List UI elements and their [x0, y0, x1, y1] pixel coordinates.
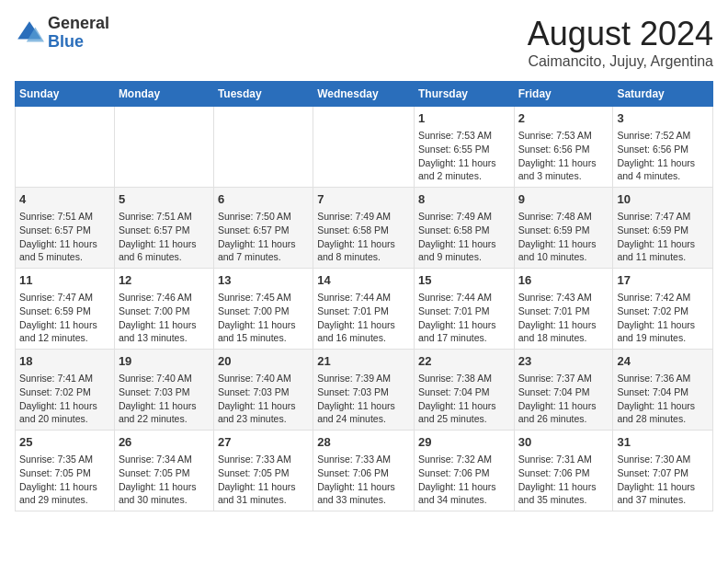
day-info: Sunrise: 7:30 AM Sunset: 7:07 PM Dayligh…: [617, 453, 709, 507]
day-cell: [16, 107, 115, 188]
day-cell: 27Sunrise: 7:33 AM Sunset: 7:05 PM Dayli…: [213, 431, 313, 511]
header-thursday: Thursday: [414, 82, 514, 107]
day-number: 21: [317, 353, 410, 370]
week-row-2: 4Sunrise: 7:51 AM Sunset: 6:57 PM Daylig…: [16, 188, 713, 269]
day-cell: 5Sunrise: 7:51 AM Sunset: 6:57 PM Daylig…: [114, 188, 213, 269]
week-row-1: 1Sunrise: 7:53 AM Sunset: 6:55 PM Daylig…: [16, 107, 713, 188]
day-info: Sunrise: 7:47 AM Sunset: 6:59 PM Dayligh…: [617, 210, 709, 264]
day-number: 31: [617, 434, 709, 451]
day-cell: [313, 107, 415, 188]
day-number: 13: [218, 272, 309, 289]
day-cell: 18Sunrise: 7:41 AM Sunset: 7:02 PM Dayli…: [16, 350, 115, 431]
day-cell: 12Sunrise: 7:46 AM Sunset: 7:00 PM Dayli…: [114, 269, 213, 350]
day-info: Sunrise: 7:50 AM Sunset: 6:57 PM Dayligh…: [218, 210, 309, 264]
day-info: Sunrise: 7:35 AM Sunset: 7:05 PM Dayligh…: [19, 453, 110, 507]
day-cell: 14Sunrise: 7:44 AM Sunset: 7:01 PM Dayli…: [313, 269, 415, 350]
day-info: Sunrise: 7:49 AM Sunset: 6:58 PM Dayligh…: [418, 210, 510, 264]
calendar-table: SundayMondayTuesdayWednesdayThursdayFrid…: [15, 81, 713, 511]
day-info: Sunrise: 7:33 AM Sunset: 7:06 PM Dayligh…: [317, 453, 410, 507]
day-cell: 7Sunrise: 7:49 AM Sunset: 6:58 PM Daylig…: [313, 188, 415, 269]
day-cell: 28Sunrise: 7:33 AM Sunset: 7:06 PM Dayli…: [313, 431, 415, 511]
day-number: 17: [617, 272, 709, 289]
day-info: Sunrise: 7:51 AM Sunset: 6:57 PM Dayligh…: [19, 210, 110, 264]
day-info: Sunrise: 7:43 AM Sunset: 7:01 PM Dayligh…: [518, 291, 609, 345]
day-cell: 26Sunrise: 7:34 AM Sunset: 7:05 PM Dayli…: [114, 431, 213, 511]
day-number: 29: [418, 434, 510, 451]
header-wednesday: Wednesday: [313, 82, 415, 107]
day-number: 25: [19, 434, 110, 451]
day-number: 5: [119, 191, 210, 208]
title-block: August 2024 Caimancito, Jujuy, Argentina: [528, 15, 713, 70]
day-cell: 13Sunrise: 7:45 AM Sunset: 7:00 PM Dayli…: [213, 269, 313, 350]
day-info: Sunrise: 7:32 AM Sunset: 7:06 PM Dayligh…: [418, 453, 510, 507]
day-cell: 24Sunrise: 7:36 AM Sunset: 7:04 PM Dayli…: [613, 350, 713, 431]
day-number: 27: [218, 434, 309, 451]
week-row-4: 18Sunrise: 7:41 AM Sunset: 7:02 PM Dayli…: [16, 350, 713, 431]
header-sunday: Sunday: [16, 82, 115, 107]
day-cell: 20Sunrise: 7:40 AM Sunset: 7:03 PM Dayli…: [213, 350, 313, 431]
day-info: Sunrise: 7:45 AM Sunset: 7:00 PM Dayligh…: [218, 291, 309, 345]
day-number: 12: [119, 272, 210, 289]
logo-icon: [15, 18, 44, 48]
week-row-3: 11Sunrise: 7:47 AM Sunset: 6:59 PM Dayli…: [16, 269, 713, 350]
day-number: 20: [218, 353, 309, 370]
day-number: 7: [317, 191, 410, 208]
location-subtitle: Caimancito, Jujuy, Argentina: [528, 53, 713, 70]
logo: General Blue: [15, 15, 109, 52]
day-number: 11: [19, 272, 110, 289]
day-number: 28: [317, 434, 410, 451]
day-number: 26: [119, 434, 210, 451]
day-number: 30: [518, 434, 609, 451]
day-info: Sunrise: 7:47 AM Sunset: 6:59 PM Dayligh…: [19, 291, 110, 345]
day-number: 10: [617, 191, 709, 208]
day-cell: 19Sunrise: 7:40 AM Sunset: 7:03 PM Dayli…: [114, 350, 213, 431]
day-number: 18: [19, 353, 110, 370]
logo-general: General: [48, 15, 109, 33]
day-cell: 31Sunrise: 7:30 AM Sunset: 7:07 PM Dayli…: [613, 431, 713, 511]
day-number: 23: [518, 353, 609, 370]
calendar-header: SundayMondayTuesdayWednesdayThursdayFrid…: [16, 82, 713, 107]
day-cell: 22Sunrise: 7:38 AM Sunset: 7:04 PM Dayli…: [414, 350, 514, 431]
day-cell: 11Sunrise: 7:47 AM Sunset: 6:59 PM Dayli…: [16, 269, 115, 350]
day-number: 19: [119, 353, 210, 370]
day-cell: 15Sunrise: 7:44 AM Sunset: 7:01 PM Dayli…: [414, 269, 514, 350]
day-cell: 4Sunrise: 7:51 AM Sunset: 6:57 PM Daylig…: [16, 188, 115, 269]
day-number: 4: [19, 191, 110, 208]
logo-blue: Blue: [48, 33, 109, 52]
day-info: Sunrise: 7:40 AM Sunset: 7:03 PM Dayligh…: [119, 372, 210, 426]
day-cell: [213, 107, 313, 188]
day-cell: 17Sunrise: 7:42 AM Sunset: 7:02 PM Dayli…: [613, 269, 713, 350]
day-cell: 25Sunrise: 7:35 AM Sunset: 7:05 PM Dayli…: [16, 431, 115, 511]
day-cell: 21Sunrise: 7:39 AM Sunset: 7:03 PM Dayli…: [313, 350, 415, 431]
day-cell: 29Sunrise: 7:32 AM Sunset: 7:06 PM Dayli…: [414, 431, 514, 511]
day-info: Sunrise: 7:41 AM Sunset: 7:02 PM Dayligh…: [19, 372, 110, 426]
day-info: Sunrise: 7:46 AM Sunset: 7:00 PM Dayligh…: [119, 291, 210, 345]
header-monday: Monday: [114, 82, 213, 107]
page-header: General Blue August 2024 Caimancito, Juj…: [15, 15, 713, 70]
day-number: 2: [518, 110, 609, 127]
day-number: 1: [418, 110, 510, 127]
day-number: 24: [617, 353, 709, 370]
day-number: 6: [218, 191, 309, 208]
day-cell: 2Sunrise: 7:53 AM Sunset: 6:56 PM Daylig…: [514, 107, 613, 188]
day-cell: [114, 107, 213, 188]
logo-text: General Blue: [48, 15, 109, 52]
day-cell: 16Sunrise: 7:43 AM Sunset: 7:01 PM Dayli…: [514, 269, 613, 350]
day-info: Sunrise: 7:53 AM Sunset: 6:56 PM Dayligh…: [518, 129, 609, 183]
day-info: Sunrise: 7:37 AM Sunset: 7:04 PM Dayligh…: [518, 372, 609, 426]
day-info: Sunrise: 7:52 AM Sunset: 6:56 PM Dayligh…: [617, 129, 709, 183]
day-number: 8: [418, 191, 510, 208]
day-cell: 9Sunrise: 7:48 AM Sunset: 6:59 PM Daylig…: [514, 188, 613, 269]
day-number: 22: [418, 353, 510, 370]
day-cell: 3Sunrise: 7:52 AM Sunset: 6:56 PM Daylig…: [613, 107, 713, 188]
day-info: Sunrise: 7:33 AM Sunset: 7:05 PM Dayligh…: [218, 453, 309, 507]
day-number: 9: [518, 191, 609, 208]
day-cell: 1Sunrise: 7:53 AM Sunset: 6:55 PM Daylig…: [414, 107, 514, 188]
day-info: Sunrise: 7:48 AM Sunset: 6:59 PM Dayligh…: [518, 210, 609, 264]
header-tuesday: Tuesday: [213, 82, 313, 107]
day-number: 15: [418, 272, 510, 289]
day-info: Sunrise: 7:31 AM Sunset: 7:06 PM Dayligh…: [518, 453, 609, 507]
header-row: SundayMondayTuesdayWednesdayThursdayFrid…: [16, 82, 713, 107]
header-saturday: Saturday: [613, 82, 713, 107]
header-friday: Friday: [514, 82, 613, 107]
